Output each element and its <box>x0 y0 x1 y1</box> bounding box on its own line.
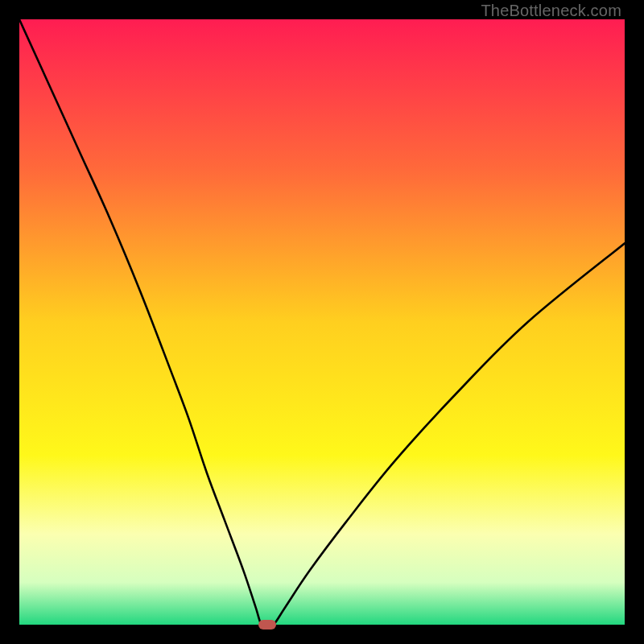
background-gradient <box>19 19 625 625</box>
plot-area <box>19 19 625 625</box>
svg-rect-0 <box>19 19 625 625</box>
optimal-marker <box>258 620 276 630</box>
watermark-text: TheBottleneck.com <box>481 2 621 20</box>
